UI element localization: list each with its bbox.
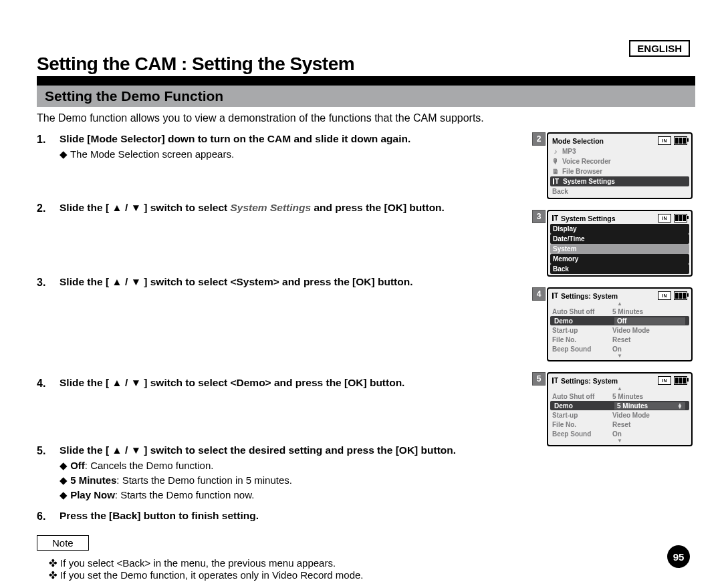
setting-name: Beep Sound xyxy=(552,345,612,353)
row-startup: Start-upVideo Mode xyxy=(548,325,691,335)
battery-icon xyxy=(674,136,687,145)
screen-title: T Settings: System xyxy=(552,377,618,385)
screen-4-wrap: 4 T Settings: System IN ▲ Auto Shut off5… xyxy=(547,287,695,361)
battery-icon xyxy=(674,214,687,223)
intro-text: The Demo function allows you to view a d… xyxy=(37,112,695,124)
row-fileno: File No.Reset xyxy=(548,335,691,344)
menu-label: System Settings xyxy=(563,178,615,185)
menu-item-system: System xyxy=(550,244,689,254)
row-demo: DemoOff xyxy=(550,316,689,325)
step-title: Slide [Mode Selector] down to turn on th… xyxy=(59,133,410,144)
step-sub: The Mode Selection screen appears. xyxy=(59,148,533,161)
memory-card-icon: IN xyxy=(658,214,671,223)
setting-name: Beep Sound xyxy=(552,430,612,438)
step-5: Slide the [ ▲ / ▼ ] switch to select the… xyxy=(37,444,533,502)
section-subtitle: Setting the Demo Function xyxy=(37,86,695,107)
memory-card-icon: IN xyxy=(658,376,671,385)
settings-system-screen: T Settings: System IN ▲ Auto Shut off5 M… xyxy=(547,287,693,361)
setting-value: 5 Minutes▲▼ xyxy=(614,402,685,410)
menu-item-back: Back xyxy=(548,186,691,196)
step-4: Slide the [ ▲ / ▼ ] switch to select <De… xyxy=(37,376,533,390)
menu-label: Back xyxy=(552,188,568,195)
row-auto-shutoff: Auto Shut off5 Minutes xyxy=(548,392,691,401)
screen-number-badge: 4 xyxy=(532,287,546,301)
scroll-down-icon: ▼ xyxy=(548,353,691,359)
setting-value: Off xyxy=(614,317,685,325)
setting-name: Start-up xyxy=(552,327,612,334)
scroll-up-icon: ▲ xyxy=(548,386,691,392)
note-item: If you set the Demo function, it operate… xyxy=(49,569,533,581)
step-1: Slide [Mode Selector] down to turn on th… xyxy=(37,132,533,161)
setting-value: Reset xyxy=(612,336,687,343)
settings-icon: T xyxy=(552,378,559,384)
menu-label: Date/Time xyxy=(553,235,585,243)
value-down-icon: ▼ xyxy=(677,404,683,410)
setting-name: File No. xyxy=(552,421,612,428)
screen-3-wrap: 3 T System Settings IN Display Date/Time… xyxy=(547,210,695,277)
scroll-down-icon: ▼ xyxy=(548,438,691,444)
menu-item-voice: 🎙Voice Recorder xyxy=(548,156,691,166)
page-number-badge: 95 xyxy=(667,545,690,568)
language-badge: ENGLISH xyxy=(629,40,690,57)
setting-name: Start-up xyxy=(552,412,612,419)
step-emphasis: System Settings xyxy=(230,202,311,213)
setting-value: Video Mode xyxy=(612,327,687,334)
battery-icon xyxy=(674,291,687,300)
step-sub: Play Now: Starts the Demo function now. xyxy=(59,488,533,502)
row-demo: Demo5 Minutes▲▼ xyxy=(550,401,689,410)
note-label-box: Note xyxy=(37,535,89,551)
screen-number-badge: 3 xyxy=(532,210,546,223)
row-startup: Start-upVideo Mode xyxy=(548,410,691,420)
screen-2-wrap: 2 Mode Selection IN ♪MP3 🎙Voice Recorder… xyxy=(547,132,695,199)
option-desc: : Cancels the Demo function. xyxy=(85,460,214,471)
row-fileno: File No.Reset xyxy=(548,420,691,429)
page-title: Setting the CAM : Setting the System xyxy=(37,53,695,75)
menu-label: File Browser xyxy=(562,168,602,175)
screen-title: Mode Selection xyxy=(552,137,604,145)
file-icon: 🗎 xyxy=(552,168,559,175)
option-desc: : Starts the Demo function now. xyxy=(115,489,254,500)
step-sub: Off: Cancels the Demo function. xyxy=(59,459,533,472)
setting-value: On xyxy=(612,345,687,353)
note-item: If you select <Back> in the menu, the pr… xyxy=(49,557,533,569)
settings-icon: T xyxy=(552,293,559,299)
menu-label: System xyxy=(553,245,577,253)
option-name: Off xyxy=(70,460,85,471)
settings-system-screen: T Settings: System IN ▲ Auto Shut off5 M… xyxy=(547,372,693,446)
setting-value: Reset xyxy=(612,421,687,428)
battery-icon xyxy=(674,376,687,385)
option-name: Play Now xyxy=(70,489,115,500)
memory-card-icon: IN xyxy=(658,136,671,145)
step-title: Slide the [ ▲ / ▼ ] switch to select the… xyxy=(59,444,456,456)
step-6: Press the [Back] button to finish settin… xyxy=(37,509,533,523)
step-sub: 5 Minutes: Starts the Demo function in 5… xyxy=(59,474,533,487)
row-beep: Beep SoundOn xyxy=(548,344,691,353)
setting-name: Demo xyxy=(554,402,614,410)
menu-item-datetime: Date/Time xyxy=(550,234,689,244)
menu-label: Voice Recorder xyxy=(562,158,611,165)
screen-5-wrap: 5 T Settings: System IN ▲ Auto Shut off5… xyxy=(547,372,695,446)
option-name: 5 Minutes xyxy=(70,474,116,486)
setting-value: 5 Minutes xyxy=(612,393,687,400)
menu-label: MP3 xyxy=(562,148,576,155)
menu-item-mp3: ♪MP3 xyxy=(548,146,691,156)
step-3: Slide the [ ▲ / ▼ ] switch to select <Sy… xyxy=(37,275,533,289)
setting-name: Auto Shut off xyxy=(552,308,612,315)
screen-title: T System Settings xyxy=(552,214,616,223)
row-auto-shutoff: Auto Shut off5 Minutes xyxy=(548,307,691,316)
step-2: Slide the [ ▲ / ▼ ] switch to select Sys… xyxy=(37,201,533,215)
mode-selection-screen: Mode Selection IN ♪MP3 🎙Voice Recorder 🗎… xyxy=(547,132,693,199)
setting-name: Demo xyxy=(554,317,614,325)
setting-name: Auto Shut off xyxy=(552,393,612,400)
row-beep: Beep SoundOn xyxy=(548,429,691,438)
menu-item-display: Display xyxy=(550,224,689,234)
title-bar: Setting the CAM : Setting the System Set… xyxy=(37,53,695,107)
menu-item-system-settings: TSystem Settings xyxy=(550,176,689,186)
step-text: and press the [OK] button. xyxy=(311,202,445,213)
menu-label: Back xyxy=(553,265,569,273)
menu-label: Display xyxy=(553,225,577,233)
mic-icon: 🎙 xyxy=(552,158,559,165)
scroll-up-icon: ▲ xyxy=(548,301,691,307)
screenshots-column: 2 Mode Selection IN ♪MP3 🎙Voice Recorder… xyxy=(547,132,695,457)
menu-item-back: Back xyxy=(550,264,689,274)
